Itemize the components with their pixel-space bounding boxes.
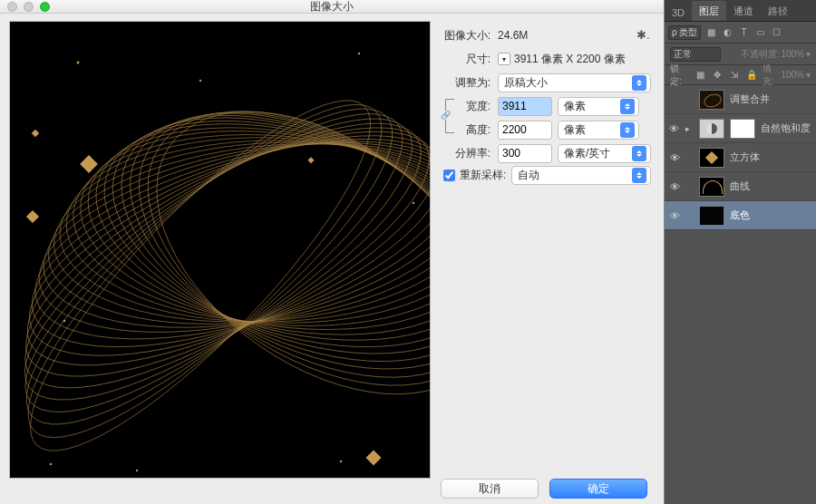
titlebar: 图像大小 bbox=[0, 0, 664, 14]
layer-row[interactable]: 👁 立方体 bbox=[665, 143, 816, 172]
gear-icon[interactable]: ✱. bbox=[636, 28, 651, 43]
width-label: 宽度: bbox=[461, 99, 498, 114]
layer-thumb[interactable] bbox=[699, 206, 724, 226]
dimensions-unit-popup[interactable]: ▾ bbox=[498, 53, 510, 65]
layer-thumb[interactable] bbox=[699, 148, 724, 168]
height-unit-select[interactable]: 像素 bbox=[558, 121, 639, 140]
resample-value: 自动 bbox=[518, 168, 539, 183]
image-size-dialog: 图像大小 bbox=[0, 0, 665, 504]
chevron-updown-icon bbox=[632, 168, 646, 183]
panel-tabs: 3D 图层 通道 路径 bbox=[665, 0, 816, 22]
width-input[interactable] bbox=[498, 97, 552, 116]
resample-label: 重新采样: bbox=[460, 168, 506, 183]
layers-list: 调整合并 👁 ▸ 自然饱和度 1 👁 立方体 👁 曲线 👁 底色 bbox=[665, 85, 816, 504]
resolution-unit-select[interactable]: 像素/英寸 bbox=[558, 144, 651, 163]
image-preview bbox=[9, 21, 431, 479]
layer-name: 自然饱和度 1 bbox=[761, 121, 813, 135]
minimize-window-icon[interactable] bbox=[24, 2, 34, 12]
chevron-updown-icon bbox=[632, 75, 646, 91]
disclosure-icon[interactable]: ▸ bbox=[685, 124, 694, 133]
tab-3d[interactable]: 3D bbox=[665, 4, 692, 21]
width-unit-value: 像素 bbox=[564, 99, 586, 114]
lock-all-icon[interactable]: 🔒 bbox=[745, 69, 758, 82]
controls-pane: 图像大小: 24.6M ✱. 尺寸: ▾ 3911 像素 X 2200 像素 调… bbox=[431, 21, 664, 479]
svg-point-38 bbox=[50, 463, 52, 465]
height-label: 高度: bbox=[461, 122, 498, 138]
chevron-updown-icon bbox=[632, 146, 646, 161]
dialog-title: 图像大小 bbox=[310, 0, 354, 15]
tab-layers[interactable]: 图层 bbox=[692, 1, 726, 21]
panels-sidebar: 3D 图层 通道 路径 ρ 类型 ▦ ◐ T ▭ ☐ 正常 不透明度: 100%… bbox=[665, 0, 816, 504]
visibility-toggle[interactable]: 👁 bbox=[668, 181, 681, 192]
layer-name: 调整合并 bbox=[730, 92, 770, 106]
svg-point-35 bbox=[199, 80, 201, 82]
dimensions-value: 3911 像素 X 2200 像素 bbox=[514, 52, 626, 67]
svg-point-36 bbox=[358, 53, 360, 54]
window-controls bbox=[7, 2, 50, 12]
layer-thumb[interactable] bbox=[699, 119, 724, 139]
close-window-icon[interactable] bbox=[7, 2, 17, 12]
filter-type-icon[interactable]: T bbox=[737, 26, 750, 39]
filter-pixel-icon[interactable]: ▦ bbox=[704, 26, 717, 39]
cancel-button[interactable]: 取消 bbox=[441, 479, 539, 499]
svg-point-41 bbox=[413, 202, 414, 204]
layer-row[interactable]: 👁 ▸ 自然饱和度 1 bbox=[665, 114, 816, 143]
resolution-unit-value: 像素/英寸 bbox=[564, 146, 610, 161]
lock-position-icon[interactable]: ✥ bbox=[711, 69, 724, 82]
chevron-updown-icon bbox=[620, 122, 635, 138]
layer-row[interactable]: 👁 底色 bbox=[665, 201, 816, 230]
lock-pixels-icon[interactable]: ▦ bbox=[694, 69, 706, 82]
filter-kind-select[interactable]: ρ 类型 bbox=[668, 25, 701, 40]
zoom-window-icon[interactable] bbox=[40, 2, 50, 12]
layer-row[interactable]: 👁 曲线 bbox=[665, 172, 816, 201]
svg-rect-0 bbox=[10, 22, 431, 479]
layer-name: 立方体 bbox=[730, 150, 760, 164]
resolution-label: 分辨率: bbox=[443, 146, 498, 161]
fill-value: 100% bbox=[781, 70, 804, 80]
visibility-toggle[interactable]: 👁 bbox=[668, 210, 681, 221]
resolution-input[interactable] bbox=[498, 144, 552, 163]
height-input[interactable] bbox=[498, 121, 552, 140]
lock-artboard-icon[interactable]: ⇲ bbox=[728, 69, 741, 82]
layer-name: 底色 bbox=[730, 208, 750, 222]
visibility-toggle[interactable]: 👁 bbox=[668, 123, 680, 134]
lock-label: 锁定: bbox=[670, 63, 689, 88]
image-size-value: 24.6M bbox=[498, 29, 528, 42]
layer-thumb[interactable] bbox=[699, 177, 724, 197]
tab-paths[interactable]: 路径 bbox=[761, 1, 795, 21]
layer-mask-thumb[interactable] bbox=[730, 119, 755, 139]
fit-to-select[interactable]: 原稿大小 bbox=[498, 73, 651, 92]
svg-point-34 bbox=[77, 62, 80, 64]
chevron-down-icon[interactable]: ▾ bbox=[806, 70, 811, 80]
chevron-down-icon[interactable]: ▾ bbox=[806, 49, 811, 59]
blend-mode-select[interactable]: 正常 bbox=[670, 47, 721, 62]
constrain-link[interactable]: 🔗 bbox=[443, 95, 461, 137]
resample-select[interactable]: 自动 bbox=[511, 166, 651, 185]
image-size-label: 图像大小: bbox=[443, 28, 498, 44]
dialog-footer: 取消 确定 bbox=[0, 479, 664, 504]
fill-label: 填充: bbox=[763, 63, 779, 88]
layer-thumb[interactable] bbox=[699, 90, 724, 110]
filter-shape-icon[interactable]: ▭ bbox=[753, 26, 766, 39]
filter-adjust-icon[interactable]: ◐ bbox=[721, 26, 733, 39]
resample-checkbox[interactable] bbox=[443, 170, 455, 181]
chevron-updown-icon bbox=[620, 99, 635, 114]
svg-point-37 bbox=[63, 320, 66, 323]
layer-name: 曲线 bbox=[730, 179, 750, 193]
opacity-label: 不透明度: bbox=[741, 48, 780, 61]
svg-point-40 bbox=[340, 460, 342, 462]
fit-to-label: 调整为: bbox=[443, 75, 498, 91]
layer-row[interactable]: 调整合并 bbox=[665, 85, 816, 114]
width-unit-select[interactable]: 像素 bbox=[558, 97, 639, 116]
filter-smart-icon[interactable]: ☐ bbox=[770, 26, 782, 39]
dimensions-label: 尺寸: bbox=[443, 52, 498, 67]
svg-point-39 bbox=[136, 470, 138, 471]
lock-row: 锁定: ▦ ✥ ⇲ 🔒 填充: 100% ▾ bbox=[665, 65, 816, 85]
opacity-value: 100% bbox=[781, 49, 804, 59]
ok-button[interactable]: 确定 bbox=[549, 479, 647, 499]
visibility-toggle[interactable]: 👁 bbox=[668, 152, 681, 163]
link-icon: 🔗 bbox=[440, 111, 452, 120]
fit-to-value: 原稿大小 bbox=[504, 75, 548, 91]
tab-channels[interactable]: 通道 bbox=[726, 1, 761, 21]
height-unit-value: 像素 bbox=[564, 122, 586, 138]
